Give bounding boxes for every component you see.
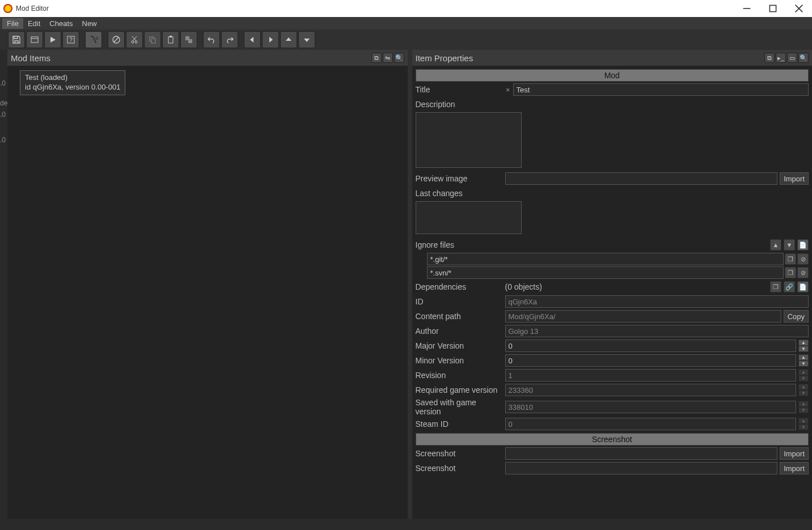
- minimize-button[interactable]: [734, 0, 760, 17]
- layers-icon[interactable]: [180, 31, 197, 48]
- section-mod[interactable]: Mod: [416, 69, 809, 82]
- major-up-icon[interactable]: ▲: [798, 340, 809, 346]
- svg-line-11: [114, 37, 119, 42]
- minor-up-icon[interactable]: ▲: [798, 354, 809, 361]
- undo-icon[interactable]: [203, 31, 220, 48]
- description-input[interactable]: [416, 112, 522, 168]
- svg-line-14: [133, 36, 137, 41]
- help-icon[interactable]: ?: [62, 31, 79, 48]
- panel-expand-icon[interactable]: ⧉: [371, 53, 382, 63]
- label-author: Author: [416, 327, 503, 336]
- label-id: ID: [416, 297, 503, 306]
- minor-version-input[interactable]: [505, 354, 797, 367]
- label-screenshot-1: Screenshot: [416, 449, 503, 458]
- minor-down-icon[interactable]: ▼: [798, 361, 809, 367]
- title-input[interactable]: [513, 83, 809, 96]
- toolbar: ? S: [0, 29, 812, 50]
- ignore-pattern-2-input[interactable]: [427, 266, 784, 279]
- ignore-remove-icon[interactable]: ⊘: [797, 253, 809, 265]
- svg-text:?: ?: [69, 37, 73, 43]
- window-titlebar: Mod Editor: [0, 0, 812, 17]
- panel-search-icon[interactable]: 🔍: [394, 53, 404, 63]
- dependencies-count: (0 objects): [505, 282, 768, 291]
- panel-expand-icon[interactable]: ⧉: [764, 53, 775, 63]
- menu-new[interactable]: New: [78, 18, 102, 29]
- svg-rect-19: [170, 36, 172, 37]
- steamid-up-icon: ▲: [798, 418, 809, 424]
- label-description: Description: [416, 100, 503, 109]
- svg-point-13: [135, 41, 137, 43]
- screenshot-2-input[interactable]: [505, 462, 778, 474]
- preview-image-input[interactable]: [505, 172, 778, 185]
- cut-icon[interactable]: [126, 31, 143, 48]
- ignore-remove-icon[interactable]: ⊘: [797, 267, 809, 278]
- svg-rect-1: [769, 5, 776, 11]
- ignore-add-icon[interactable]: 📄: [797, 239, 809, 251]
- forbid-icon[interactable]: [108, 31, 125, 48]
- svg-line-15: [132, 36, 136, 41]
- nav-forward-icon[interactable]: [262, 31, 279, 48]
- footer-strip: [0, 519, 812, 530]
- nav-up-icon[interactable]: [280, 31, 297, 48]
- label-dependencies: Dependencies: [416, 282, 503, 291]
- mod-list-item[interactable]: Test (loaded) id qGjn6Xa, version 0.00-0…: [20, 70, 125, 95]
- panel-window-icon[interactable]: ▭: [787, 53, 797, 63]
- panel-console-icon[interactable]: ▸_: [776, 53, 786, 63]
- svg-marker-23: [269, 37, 273, 43]
- reqgame-down-icon: ▼: [798, 390, 809, 396]
- deps-add-icon[interactable]: 📄: [797, 281, 809, 292]
- nav-back-icon[interactable]: [244, 31, 261, 48]
- savedgame-up-icon: ▲: [798, 401, 809, 407]
- window-icon[interactable]: [26, 31, 43, 48]
- svg-marker-25: [304, 39, 310, 42]
- paste-icon[interactable]: [162, 31, 179, 48]
- label-screenshot-2: Screenshot: [416, 464, 503, 473]
- app-icon: [3, 4, 12, 13]
- menu-cheats[interactable]: Cheats: [45, 18, 77, 29]
- major-version-input[interactable]: [505, 340, 797, 352]
- ignore-up-icon[interactable]: ▲: [770, 239, 781, 251]
- svg-marker-22: [250, 37, 253, 43]
- svg-rect-4: [31, 37, 38, 43]
- nav-down-icon[interactable]: [298, 31, 315, 48]
- ignore-copy-icon[interactable]: ❐: [785, 253, 796, 265]
- copy-icon[interactable]: [144, 31, 161, 48]
- section-screenshot[interactable]: Screenshot: [416, 433, 809, 446]
- author-input: [505, 325, 809, 337]
- revision-input: [505, 369, 797, 381]
- id-input: [505, 295, 809, 308]
- mod-items-title: Mod Items: [11, 53, 50, 63]
- close-button[interactable]: [786, 0, 812, 17]
- label-saved-game-version: Saved with game version: [416, 398, 503, 416]
- svg-point-12: [132, 41, 134, 43]
- import-preview-button[interactable]: Import: [780, 172, 809, 185]
- ignore-down-icon[interactable]: ▼: [784, 239, 795, 251]
- ignore-pattern-1-input[interactable]: [427, 253, 784, 265]
- menu-edit[interactable]: Edit: [23, 18, 45, 29]
- panel-usb-icon[interactable]: ⇋: [383, 53, 393, 63]
- svg-rect-18: [168, 37, 173, 43]
- save-icon[interactable]: [8, 31, 25, 48]
- reqgame-up-icon: ▲: [798, 384, 809, 390]
- steam-id-input: [505, 418, 797, 430]
- panel-search-icon[interactable]: 🔍: [798, 53, 809, 63]
- deps-link-icon[interactable]: 🔗: [784, 281, 795, 292]
- maximize-button[interactable]: [760, 0, 786, 17]
- screenshot-1-input[interactable]: [505, 447, 778, 460]
- clear-title-icon[interactable]: ×: [505, 86, 511, 94]
- ignore-copy-icon[interactable]: ❐: [785, 267, 796, 278]
- menu-file[interactable]: File: [2, 18, 23, 29]
- label-last-changes: Last changes: [416, 189, 503, 198]
- redo-icon[interactable]: [221, 31, 238, 48]
- major-down-icon[interactable]: ▼: [798, 346, 809, 352]
- window-title: Mod Editor: [16, 5, 49, 12]
- mod-item-meta: id qGjn6Xa, version 0.00-001: [25, 83, 120, 92]
- import-screenshot-2-button[interactable]: Import: [780, 462, 809, 474]
- last-changes-input[interactable]: [416, 201, 522, 234]
- play-icon[interactable]: [44, 31, 61, 48]
- script-icon[interactable]: S: [85, 31, 102, 48]
- label-content-path: Content path: [416, 312, 503, 321]
- import-screenshot-1-button[interactable]: Import: [780, 447, 809, 460]
- deps-copy-icon[interactable]: ❐: [770, 281, 781, 292]
- copy-path-button[interactable]: Copy: [784, 310, 809, 323]
